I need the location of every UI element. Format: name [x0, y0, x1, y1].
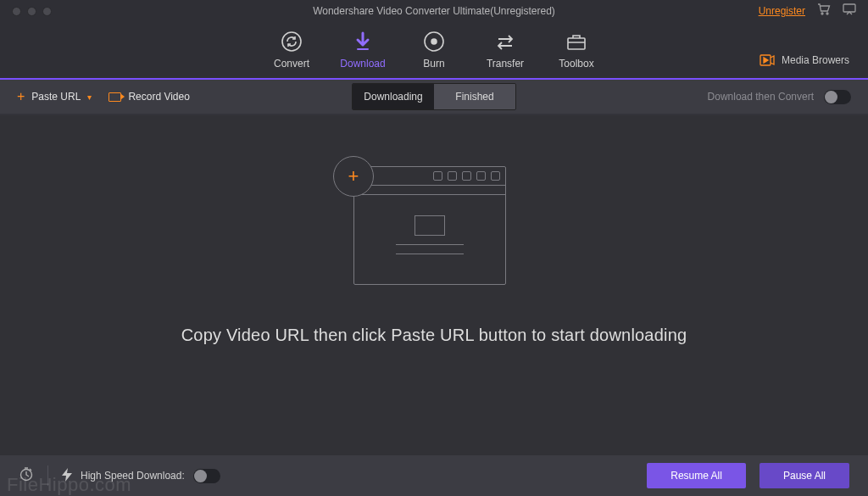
toolbox-icon — [565, 31, 587, 53]
divider — [47, 465, 48, 486]
svg-point-3 — [282, 32, 301, 51]
cart-icon[interactable] — [817, 3, 831, 19]
close-window-button[interactable] — [12, 7, 21, 16]
svg-rect-4 — [357, 48, 369, 50]
nav-label: Burn — [423, 58, 444, 70]
media-icon — [760, 54, 775, 66]
convert-icon — [281, 31, 303, 53]
maximize-window-button[interactable] — [42, 7, 52, 16]
minimize-window-button[interactable] — [27, 7, 36, 16]
add-circle-icon: + — [333, 156, 374, 197]
window-title: Wondershare Video Converter Ultimate(Unr… — [0, 5, 868, 17]
svg-point-1 — [826, 13, 828, 14]
svg-point-6 — [431, 39, 437, 44]
nav-toolbox[interactable]: Toolbox — [541, 31, 612, 70]
bottom-bar: High Speed Download: Resume All Pause Al… — [0, 455, 868, 496]
empty-state-illustration: + — [353, 166, 515, 285]
nav-convert[interactable]: Convert — [256, 31, 327, 70]
svg-point-0 — [821, 13, 823, 14]
burn-icon — [423, 31, 445, 53]
nav-download[interactable]: Download — [327, 31, 398, 70]
nav-label: Transfer — [487, 58, 524, 70]
svg-rect-7 — [568, 38, 585, 49]
resume-all-button[interactable]: Resume All — [647, 463, 746, 488]
media-label: Media Browers — [782, 54, 849, 66]
pause-all-button[interactable]: Pause All — [760, 463, 849, 488]
feedback-icon[interactable] — [843, 3, 856, 19]
content-area: + Copy Video URL then click Paste URL bu… — [0, 115, 868, 455]
paste-url-button[interactable]: + Paste URL ▾ — [17, 89, 92, 104]
transfer-icon — [494, 31, 516, 53]
paste-url-label: Paste URL — [31, 91, 81, 103]
main-nav: Convert Download Burn Transfer Toolbox M… — [0, 22, 868, 80]
record-icon — [108, 92, 121, 102]
high-speed-label: High Speed Download: — [81, 470, 185, 482]
tab-finished[interactable]: Finished — [434, 84, 515, 109]
tab-downloading[interactable]: Downloading — [353, 84, 434, 109]
unregister-link[interactable]: Unregister — [759, 5, 805, 17]
download-icon — [352, 31, 374, 53]
download-then-convert-toggle[interactable] — [824, 90, 851, 104]
record-video-label: Record Video — [128, 91, 190, 103]
window-controls — [12, 7, 52, 16]
high-speed-toggle[interactable] — [193, 469, 220, 483]
nav-transfer[interactable]: Transfer — [470, 31, 541, 70]
timer-icon[interactable] — [19, 466, 34, 485]
svg-rect-2 — [843, 4, 855, 12]
record-video-button[interactable]: Record Video — [108, 91, 190, 103]
titlebar: Wondershare Video Converter Ultimate(Unr… — [0, 0, 868, 22]
media-browsers-button[interactable]: Media Browers — [760, 54, 849, 66]
nav-label: Toolbox — [559, 58, 593, 70]
nav-burn[interactable]: Burn — [398, 31, 470, 70]
chevron-down-icon: ▾ — [87, 92, 92, 102]
download-then-convert-label: Download then Convert — [708, 91, 814, 103]
bolt-icon — [62, 468, 72, 484]
high-speed-download: High Speed Download: — [62, 468, 220, 484]
nav-label: Download — [340, 58, 385, 70]
empty-state-hint: Copy Video URL then click Paste URL butt… — [181, 326, 687, 345]
nav-label: Convert — [274, 58, 309, 70]
sub-toolbar: + Paste URL ▾ Record Video Downloading F… — [0, 80, 868, 114]
plus-icon: + — [17, 89, 25, 104]
state-tabs: Downloading Finished — [352, 83, 516, 110]
